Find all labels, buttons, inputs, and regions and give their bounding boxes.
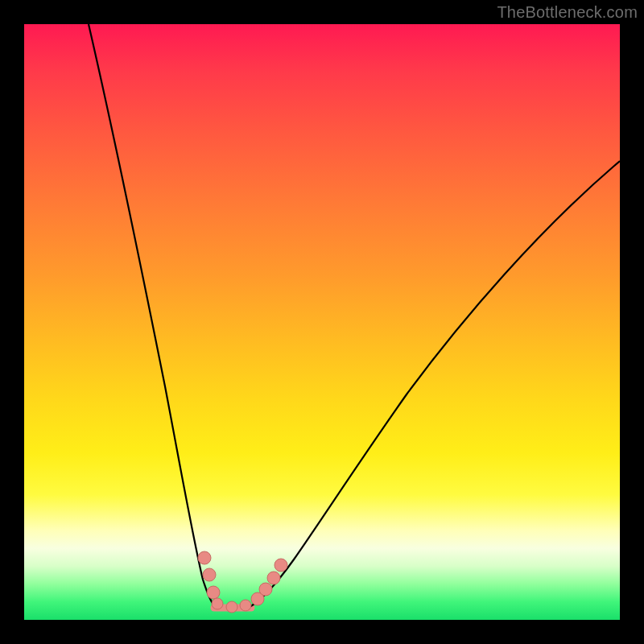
marker-dot	[207, 586, 220, 599]
marker-group	[198, 551, 287, 613]
marker-dot	[275, 559, 287, 572]
attribution-text: TheBottleneck.com	[497, 3, 638, 22]
marker-dot	[226, 601, 237, 613]
marker-dot	[212, 598, 223, 609]
plot-frame	[24, 24, 620, 620]
marker-dot	[240, 600, 251, 611]
marker-dot	[203, 568, 216, 581]
left-curve	[89, 24, 217, 609]
marker-dot	[198, 551, 211, 564]
plot-svg	[24, 24, 620, 620]
marker-dot	[259, 583, 272, 596]
right-curve	[248, 161, 620, 608]
marker-dot	[267, 572, 280, 584]
